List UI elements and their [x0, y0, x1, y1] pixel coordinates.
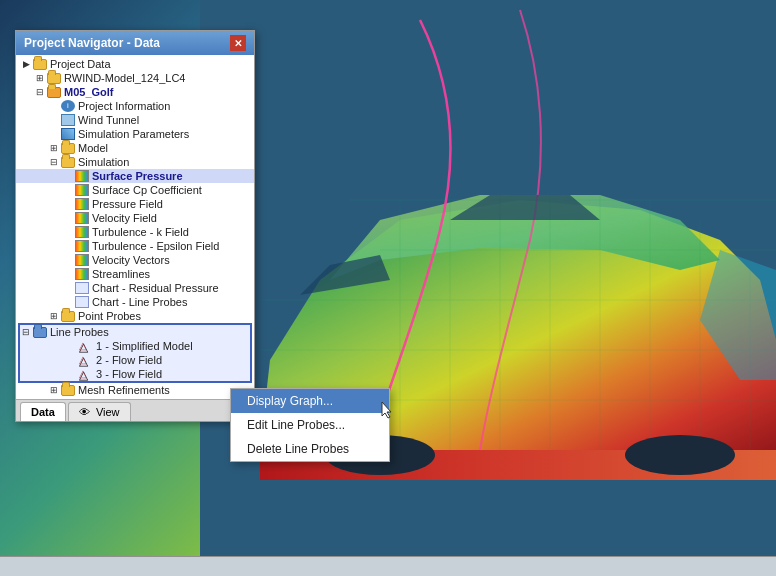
close-button[interactable]: ✕	[230, 35, 246, 51]
tab-view[interactable]: 👁 View	[68, 402, 131, 421]
surface-cp-label: Surface Cp Coefficient	[92, 184, 202, 196]
tree-velocity-vectors[interactable]: Velocity Vectors	[16, 253, 254, 267]
tree-turbulence-k[interactable]: Turbulence - k Field	[16, 225, 254, 239]
tree-rwind[interactable]: ⊞ RWIND-Model_124_LC4	[16, 71, 254, 85]
field-icon-tk	[75, 226, 89, 238]
tree-root[interactable]: ▶ Project Data	[16, 57, 254, 71]
expand-p3	[66, 368, 78, 380]
tree-velocity-field[interactable]: Velocity Field	[16, 211, 254, 225]
tree-sim-params[interactable]: Simulation Parameters	[16, 127, 254, 141]
field-icon-pf	[75, 198, 89, 210]
velocity-field-label: Velocity Field	[92, 212, 157, 224]
probe-1-label: 1 - Simplified Model	[96, 340, 193, 352]
field-icon-vv	[75, 254, 89, 266]
tree-m05[interactable]: ⊟ M05_Golf	[16, 85, 254, 99]
svg-point-15	[625, 435, 735, 475]
expand-tk	[62, 226, 74, 238]
tree-streamlines[interactable]: Streamlines	[16, 267, 254, 281]
sim-icon	[61, 128, 75, 140]
expand-cl	[62, 296, 74, 308]
tree-line-probes[interactable]: ⊟ Line Probes	[20, 325, 250, 339]
tree-probe-2[interactable]: △ 2 - Flow Field	[20, 353, 250, 367]
expand-wt	[48, 114, 60, 126]
tree-model[interactable]: ⊞ Model	[16, 141, 254, 155]
view-tab-label: View	[96, 406, 120, 418]
expand-root: ▶	[20, 58, 32, 70]
eye-icon: 👁	[79, 406, 90, 418]
context-display-graph[interactable]: Display Graph...	[231, 389, 389, 413]
navigator-header: Project Navigator - Data ✕	[16, 31, 254, 55]
tree-probe-1[interactable]: △ 1 - Simplified Model	[20, 339, 250, 353]
folder-icon-pp	[61, 311, 75, 322]
tree-simulation[interactable]: ⊟ Simulation	[16, 155, 254, 169]
expand-sl	[62, 268, 74, 280]
folder-icon-mr	[61, 385, 75, 396]
mesh-ref-label: Mesh Refinements	[78, 384, 170, 396]
probe-icon-1: △	[79, 340, 93, 352]
surface-pressure-label: Surface Pressure	[92, 170, 183, 182]
probe-3-label: 3 - Flow Field	[96, 368, 162, 380]
bottom-bar	[0, 556, 776, 576]
expand-sp	[48, 128, 60, 140]
expand-pp: ⊞	[48, 310, 60, 322]
field-icon-sl	[75, 268, 89, 280]
tree-pressure-field[interactable]: Pressure Field	[16, 197, 254, 211]
root-label: Project Data	[50, 58, 111, 70]
expand-rwind: ⊞	[34, 72, 46, 84]
probe-2-label: 2 - Flow Field	[96, 354, 162, 366]
expand-p1	[66, 340, 78, 352]
expand-vf	[62, 212, 74, 224]
point-probes-label: Point Probes	[78, 310, 141, 322]
tab-data[interactable]: Data	[20, 402, 66, 421]
expand-mr: ⊞	[48, 384, 60, 396]
chart-icon-residual	[75, 282, 89, 294]
tree-wind-tunnel[interactable]: Wind Tunnel	[16, 113, 254, 127]
tree-point-probes[interactable]: ⊞ Point Probes	[16, 309, 254, 323]
expand-model: ⊞	[48, 142, 60, 154]
line-probes-label: Line Probes	[50, 326, 109, 338]
m05-label: M05_Golf	[64, 86, 114, 98]
field-icon-cp	[75, 184, 89, 196]
probe-icon-3: △	[79, 368, 93, 380]
tree-probe-3[interactable]: △ 3 - Flow Field	[20, 367, 250, 381]
expand-te	[62, 240, 74, 252]
pressure-field-label: Pressure Field	[92, 198, 163, 210]
folder-icon-lp	[33, 327, 47, 338]
tree-turbulence-e[interactable]: Turbulence - Epsilon Field	[16, 239, 254, 253]
expand-cp	[62, 184, 74, 196]
expand-vv	[62, 254, 74, 266]
nav-tabs: Data 👁 View	[16, 399, 254, 421]
tree-chart-residual[interactable]: Chart - Residual Pressure	[16, 281, 254, 295]
expand-proj	[48, 100, 60, 112]
folder-icon-rwind	[47, 73, 61, 84]
expand-lp: ⊟	[20, 326, 32, 338]
chart-residual-label: Chart - Residual Pressure	[92, 282, 219, 294]
nav-content: ▶ Project Data ⊞ RWIND-Model_124_LC4 ⊟ M…	[16, 55, 254, 399]
tree-mesh-ref[interactable]: ⊞ Mesh Refinements	[16, 383, 254, 397]
velocity-vectors-label: Velocity Vectors	[92, 254, 170, 266]
rwind-label: RWIND-Model_124_LC4	[64, 72, 185, 84]
sim-params-label: Simulation Parameters	[78, 128, 189, 140]
tree-surface-cp[interactable]: Surface Cp Coefficient	[16, 183, 254, 197]
project-info-label: Project Information	[78, 100, 170, 112]
probe-icon-2: △	[79, 354, 93, 366]
context-edit-line-probes[interactable]: Edit Line Probes...	[231, 413, 389, 437]
tree-chart-line[interactable]: Chart - Line Probes	[16, 295, 254, 309]
turbulence-k-label: Turbulence - k Field	[92, 226, 189, 238]
context-delete-line-probes[interactable]: Delete Line Probes	[231, 437, 389, 461]
expand-m05: ⊟	[34, 86, 46, 98]
folder-icon-sim	[61, 157, 75, 168]
field-icon-vf	[75, 212, 89, 224]
folder-icon-root	[33, 59, 47, 70]
chart-line-label: Chart - Line Probes	[92, 296, 187, 308]
info-icon: i	[61, 100, 75, 112]
context-menu: Display Graph... Edit Line Probes... Del…	[230, 388, 390, 462]
simulation-label: Simulation	[78, 156, 129, 168]
navigator-panel: Project Navigator - Data ✕ ▶ Project Dat…	[15, 30, 255, 422]
tree-project-info[interactable]: i Project Information	[16, 99, 254, 113]
chart-icon-line	[75, 296, 89, 308]
turbulence-e-label: Turbulence - Epsilon Field	[92, 240, 219, 252]
folder-icon-m05	[47, 87, 61, 98]
tree-surface-pressure[interactable]: Surface Pressure	[16, 169, 254, 183]
wind-icon	[61, 114, 75, 126]
